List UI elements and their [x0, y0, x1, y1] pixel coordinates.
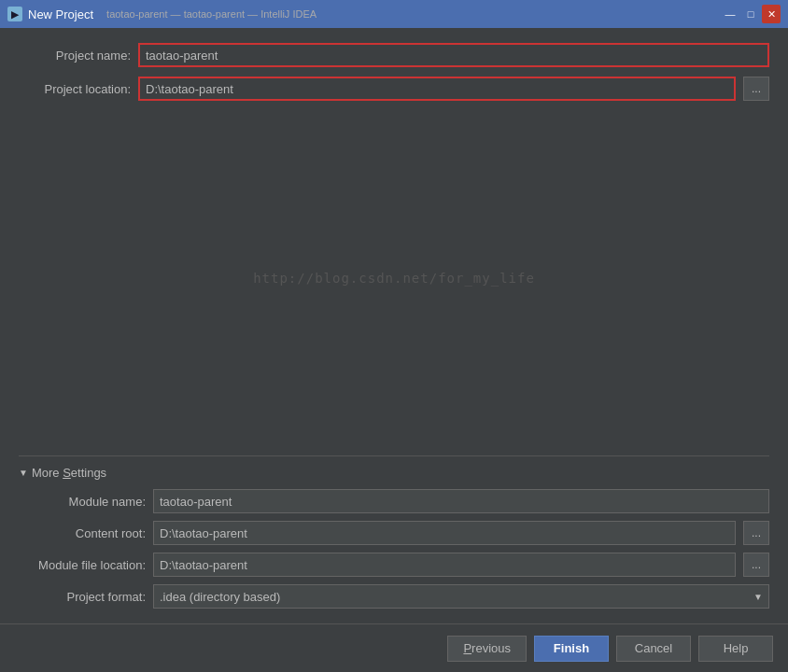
project-name-row: Project name: — [19, 43, 769, 67]
module-name-row: Module name: — [34, 489, 769, 513]
finish-button[interactable]: Finish — [534, 636, 609, 662]
module-file-location-browse-button[interactable]: ... — [743, 553, 769, 577]
project-format-row: Project format: .idea (directory based) … — [34, 584, 769, 609]
title-bar: ▶ New Project taotao-parent — taotao-par… — [0, 0, 788, 28]
module-file-location-row: Module file location: ... — [34, 553, 769, 577]
new-project-dialog: ▶ New Project taotao-parent — taotao-par… — [0, 0, 788, 672]
module-name-label: Module name: — [34, 495, 146, 509]
watermark: http://blog.csdn.net/for_my_life — [19, 110, 769, 446]
project-name-label: Project name: — [19, 49, 131, 63]
more-settings-toggle[interactable]: ▼ More Settings — [19, 466, 769, 480]
finish-label: Finish — [554, 641, 589, 655]
settings-rows: Module name: Content root: ... Module fi… — [19, 489, 769, 609]
module-file-location-label: Module file location: — [34, 558, 146, 572]
help-label: Help — [724, 641, 749, 655]
project-location-input[interactable] — [138, 77, 736, 101]
collapse-arrow-icon: ▼ — [19, 468, 28, 478]
minimize-button[interactable]: — — [721, 5, 739, 23]
maximize-button[interactable]: □ — [741, 5, 760, 23]
cancel-label: Cancel — [635, 641, 672, 655]
title-bar-left: ▶ New Project taotao-parent — taotao-par… — [7, 7, 317, 21]
project-location-browse-button[interactable]: ... — [743, 77, 769, 101]
project-location-row: Project location: ... — [19, 77, 769, 101]
help-button[interactable]: Help — [698, 636, 773, 662]
project-format-value: .idea (directory based) — [160, 590, 280, 604]
project-format-dropdown[interactable]: .idea (directory based) ▼ — [153, 584, 769, 609]
previous-button[interactable]: Previous — [447, 636, 527, 662]
module-file-location-input[interactable] — [153, 553, 736, 577]
dialog-title: New Project — [28, 7, 93, 21]
module-name-input[interactable] — [153, 489, 769, 513]
project-location-label: Project location: — [19, 82, 131, 96]
window-controls: — □ ✕ — [721, 5, 781, 23]
cancel-button[interactable]: Cancel — [616, 636, 691, 662]
dialog-content: Project name: Project location: ... http… — [0, 28, 788, 623]
content-root-label: Content root: — [34, 526, 146, 540]
title-bar-subtitle: taotao-parent — taotao-parent — IntelliJ… — [106, 8, 317, 20]
more-settings-section: ▼ More Settings Module name: Content roo… — [19, 455, 769, 609]
project-format-dropdown-arrow-icon: ▼ — [753, 592, 763, 602]
project-format-label: Project format: — [34, 590, 146, 604]
previous-label: Previous — [463, 641, 511, 655]
more-settings-label: More Settings — [32, 466, 106, 480]
content-root-browse-button[interactable]: ... — [743, 521, 769, 545]
footer: Previous Finish Cancel Help — [0, 623, 788, 672]
content-root-input[interactable] — [153, 521, 736, 545]
project-name-input[interactable] — [138, 43, 769, 67]
app-icon: ▶ — [7, 7, 22, 21]
close-button[interactable]: ✕ — [762, 5, 781, 23]
content-root-row: Content root: ... — [34, 521, 769, 545]
